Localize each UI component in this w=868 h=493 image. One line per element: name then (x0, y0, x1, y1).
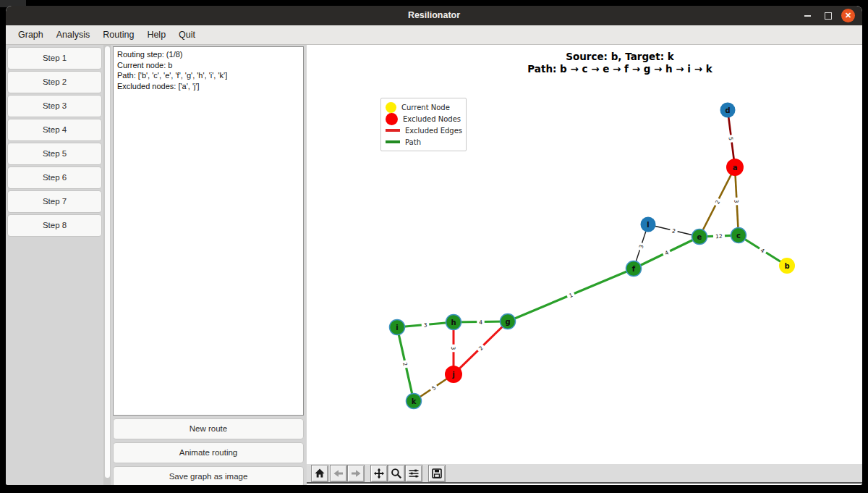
graph-node-label-f: f (632, 265, 636, 273)
excluded-nodes-line: Excluded nodes: ['a', 'j'] (117, 81, 299, 92)
excluded-edges-swatch-icon (386, 129, 400, 132)
path-swatch-icon (386, 140, 400, 143)
step-3-button[interactable]: Step 3 (7, 95, 102, 117)
legend-item-excluded-nodes: Excluded Nodes (386, 113, 460, 125)
menu-analysis[interactable]: Analysis (50, 25, 97, 44)
graph-edge-label-e-f: 4 (662, 248, 672, 258)
forward-button[interactable] (347, 465, 365, 482)
svg-text:3: 3 (450, 347, 456, 350)
graph-node-label-a: a (733, 164, 738, 172)
graph-edge-label-h-i: 3 (421, 321, 429, 329)
sliders-icon (408, 468, 420, 479)
graph-edge-label-d-a: 5 (727, 135, 736, 143)
routing-step-line: Routing step: (1/8) (117, 49, 299, 60)
animate-routing-button[interactable]: Animate routing (113, 442, 304, 463)
graph-edge-label-e-c: 12 (713, 232, 725, 240)
current-node-swatch-icon (386, 102, 396, 113)
plot-title-source-target: Source: b, Target: k (342, 51, 862, 62)
home-icon (314, 468, 326, 479)
zoom-button[interactable] (388, 465, 405, 482)
save-icon (431, 468, 443, 479)
step-1-button[interactable]: Step 1 (7, 47, 102, 69)
graph-node-label-j: j (451, 371, 454, 379)
menu-help[interactable]: Help (140, 25, 172, 44)
step-sidebar: Step 1 Step 2 Step 3 Step 4 Step 5 Step … (6, 45, 103, 485)
step-4-button[interactable]: Step 4 (7, 119, 102, 141)
graph-node-label-h: h (451, 319, 456, 326)
save-button[interactable] (428, 465, 446, 482)
graph-edge-label-j-k: 5 (428, 382, 439, 392)
current-node-line: Current node: b (117, 60, 299, 71)
excluded-nodes-swatch-icon (386, 113, 398, 125)
pan-button[interactable] (370, 465, 388, 482)
graph-node-label-k: k (412, 397, 417, 405)
plot-title-path: Path: b → c → e → f → g → h → i → k (342, 63, 862, 75)
graph-node-label-l: l (647, 221, 649, 229)
maximize-icon (825, 12, 832, 20)
path-line: Path: ['b', 'c', 'e', 'f', 'g', 'h', 'i'… (117, 70, 299, 81)
graph-edge-label-l-f: 3 (636, 242, 645, 251)
plot-title: Source: b, Target: k Path: b → c → e → f… (342, 51, 862, 75)
legend-label: Excluded Edges (405, 127, 462, 135)
legend-item-excluded-edges: Excluded Edges (386, 125, 460, 136)
close-button[interactable]: ✕ (841, 9, 855, 22)
save-graph-button[interactable]: Save graph as image (113, 466, 304, 485)
graph-edge-label-h-j: 3 (450, 345, 457, 353)
step-2-button[interactable]: Step 2 (7, 71, 102, 93)
menu-graph[interactable]: Graph (12, 25, 50, 44)
graph-node-label-i: i (396, 324, 398, 332)
graph-edge-label-a-e: 2 (712, 197, 722, 207)
legend: Current Node Excluded Nodes Excluded Edg… (380, 98, 467, 151)
new-route-button[interactable]: New route (113, 418, 304, 439)
legend-item-current-node: Current Node (386, 101, 460, 113)
graph-edge-label-i-k: 2 (401, 360, 409, 369)
graph-edge-label-l-e: 2 (669, 226, 678, 235)
pan-icon (373, 468, 385, 479)
app-window: Resilionator ✕ Graph Analysis Routing He… (6, 6, 862, 485)
graph-node-label-e: e (697, 233, 702, 241)
graph-edge-label-g-h: 4 (477, 318, 485, 326)
sidebar-scrollbar-track[interactable] (103, 45, 111, 485)
titlebar[interactable]: Resilionator ✕ (6, 6, 862, 25)
menubar: Graph Analysis Routing Help Quit (6, 25, 862, 45)
menu-routing[interactable]: Routing (96, 25, 140, 44)
routing-panel: Routing step: (1/8) Current node: b Path… (111, 45, 307, 485)
legend-label: Current Node (401, 104, 450, 111)
legend-item-path: Path (386, 136, 460, 148)
forward-arrow-icon (350, 468, 362, 479)
step-5-button[interactable]: Step 5 (7, 143, 102, 165)
sidebar-scrollbar-thumb[interactable] (105, 46, 110, 478)
maximize-button[interactable] (821, 9, 835, 22)
mpl-toolbar (307, 464, 862, 484)
plot-area[interactable]: 5232312441432325dalecbfghijk Source: b, … (307, 45, 862, 464)
routing-info-text[interactable]: Routing step: (1/8) Current node: b Path… (113, 46, 304, 416)
graph-edge-label-f-g: 1 (566, 290, 576, 300)
graph-node-label-b: b (784, 262, 789, 270)
graph-node-label-d: d (725, 106, 730, 114)
home-button[interactable] (311, 465, 328, 482)
minimize-button[interactable] (801, 9, 814, 22)
window-title: Resilionator (6, 6, 862, 25)
svg-text:3: 3 (733, 199, 739, 203)
graph-edge-label-a-c: 3 (733, 197, 741, 205)
legend-label: Excluded Nodes (403, 115, 461, 123)
back-button[interactable] (330, 465, 347, 482)
close-icon: ✕ (845, 12, 851, 20)
svg-text:12: 12 (715, 233, 723, 240)
graph-canvas-area: 5232312441432325dalecbfghijk Source: b, … (307, 45, 862, 485)
zoom-icon (391, 468, 402, 479)
back-arrow-icon (333, 468, 344, 479)
svg-text:4: 4 (479, 319, 482, 326)
graph-node-label-c: c (736, 232, 741, 240)
step-6-button[interactable]: Step 6 (7, 167, 102, 189)
menu-quit[interactable]: Quit (172, 25, 202, 44)
step-7-button[interactable]: Step 7 (7, 190, 102, 213)
minimize-icon (804, 15, 811, 17)
step-8-button[interactable]: Step 8 (7, 214, 102, 237)
legend-label: Path (405, 138, 421, 146)
configure-subplots-button[interactable] (405, 465, 422, 482)
graph-node-label-g: g (505, 318, 510, 326)
